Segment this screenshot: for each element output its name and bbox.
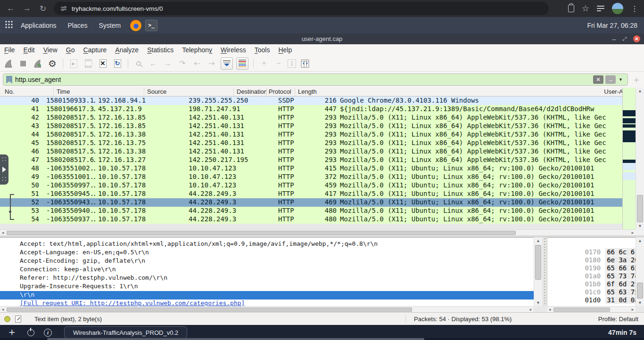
last-packet-icon[interactable]: ⇢	[206, 58, 217, 69]
column-header[interactable]: Destination	[234, 88, 267, 96]
packet-row[interactable]: 46 1580208517.5… 172.16.13.38 142.251.40…	[0, 147, 622, 156]
browser-back-icon[interactable]: ←	[3, 4, 19, 13]
menubar-item[interactable]: Analyze	[111, 46, 143, 54]
scroll-down-icon[interactable]: ▼	[636, 300, 644, 306]
terminal-icon[interactable]: >_	[145, 20, 157, 31]
detail-vscrollbar[interactable]: ▲ ▼	[534, 237, 542, 306]
column-header[interactable]: Length	[295, 88, 601, 96]
go-forward-icon[interactable]: →	[162, 58, 173, 69]
display-filter-input[interactable]: http.user_agent ✕ → ▼	[3, 73, 628, 86]
detail-hex-splitter[interactable]	[542, 237, 547, 306]
detail-hscrollbar[interactable]: ◂ ▸	[0, 306, 534, 312]
detail-line[interactable]: [Full request URI: http://testphp.vulnwe…	[0, 300, 534, 306]
menubar-item[interactable]: Go	[62, 46, 79, 54]
packet-row[interactable]: 53 -1063550940.… 10.10.57.178 44.228.249…	[0, 207, 622, 215]
find-packet-icon[interactable]	[133, 58, 144, 69]
menubar-item[interactable]: Help	[274, 46, 296, 54]
capture-comment-icon[interactable]	[15, 316, 21, 323]
minimize-icon[interactable]: –	[612, 37, 616, 41]
expert-info-icon[interactable]	[4, 316, 10, 322]
menubar-item[interactable]: Edit	[19, 46, 39, 54]
close-icon[interactable]: ✕	[633, 35, 640, 42]
colorize-icon[interactable]	[236, 57, 248, 70]
menu-places[interactable]: Places	[62, 22, 93, 29]
packet-row[interactable]: 40 1580150933.1… 192.168.94.1 239.255.25…	[0, 97, 622, 105]
page-hscrollbar[interactable]	[0, 338, 644, 340]
packet-row[interactable]: 50 -1063550997.… 10.10.57.178 10.10.47.1…	[0, 181, 622, 190]
menubar-item[interactable]: Statistics	[143, 46, 178, 54]
bookmark-star-icon[interactable]: ☆	[582, 3, 589, 14]
firefox-icon[interactable]	[130, 20, 141, 31]
vm-panel-toggle[interactable]	[0, 154, 8, 185]
packet-list-vscrollbar[interactable]: ▲ ▼	[636, 88, 644, 229]
zoom-reset-icon[interactable]: 1	[288, 59, 296, 68]
packet-row[interactable]: 54 -1063550937.… 10.10.57.178 44.228.249…	[0, 215, 622, 224]
menubar-item[interactable]: File	[0, 46, 19, 54]
scroll-up-icon[interactable]: ▲	[636, 237, 644, 244]
menubar-item[interactable]: Capture	[79, 46, 111, 54]
packet-row[interactable]: 49 -1063551001.… 10.10.57.178 10.10.47.1…	[0, 173, 622, 181]
detail-line[interactable]: \r\n	[0, 291, 534, 300]
menubar-item[interactable]: View	[39, 46, 62, 54]
go-back-icon[interactable]: ←	[148, 58, 159, 69]
packet-row[interactable]: 43 1580208517.5… 172.16.13.85 142.251.40…	[0, 122, 622, 130]
save-file-icon[interactable]: 01010110	[83, 58, 94, 69]
first-packet-icon[interactable]: ⇠	[191, 58, 203, 69]
zoom-out-icon[interactable]: −	[273, 58, 284, 69]
browser-forward-icon[interactable]: →	[19, 4, 35, 13]
zoom-in-icon[interactable]: ＋	[258, 58, 270, 69]
browser-reload-icon[interactable]: ↻	[35, 4, 51, 14]
hex-hscrollbar[interactable]: ◂ ▸	[547, 306, 636, 312]
column-header[interactable]: Source	[144, 88, 234, 96]
detail-line[interactable]: Upgrade-Insecure-Requests: 1\r\n	[0, 283, 534, 291]
auto-scroll-icon[interactable]	[221, 57, 233, 70]
info-icon[interactable]: i	[44, 329, 52, 337]
go-to-packet-icon[interactable]: ↷	[177, 58, 188, 69]
restore-icon[interactable]: ⤢	[622, 36, 627, 42]
detail-line[interactable]: Connection: keep-alive\r\n	[0, 266, 534, 274]
profile-avatar[interactable]	[612, 3, 623, 14]
stop-capture-icon[interactable]	[17, 58, 29, 69]
power-icon[interactable]	[27, 329, 34, 336]
restart-capture-icon[interactable]: ↻	[32, 58, 43, 69]
start-capture-icon[interactable]	[3, 58, 14, 69]
browser-menu-icon[interactable]: ⋮	[631, 4, 638, 13]
scroll-down-icon[interactable]: ▼	[636, 223, 644, 229]
packet-row[interactable]: 47 1580208517.6… 172.16.13.27 142.250.21…	[0, 156, 622, 164]
packet-row[interactable]: 41 1580196617.3… 45.137.21.9 198.71.247.…	[0, 105, 622, 113]
scroll-up-icon[interactable]: ▲	[636, 88, 644, 94]
resize-columns-icon[interactable]	[299, 58, 311, 69]
address-bar[interactable]: tryhackme.com/fullscreen-vms/0	[54, 2, 549, 15]
menubar-item[interactable]: Wireless	[216, 46, 250, 54]
packet-minimap[interactable]	[622, 88, 636, 229]
column-header[interactable]: Protocol	[267, 88, 295, 96]
menubar-item[interactable]: Tools	[250, 46, 274, 54]
packet-row[interactable]: 52 -1063550943.… 10.10.57.178 44.228.249…	[0, 198, 622, 207]
capture-options-icon[interactable]: ⚙	[47, 58, 58, 69]
filter-bookmark-icon[interactable]	[6, 76, 12, 84]
column-header[interactable]: No.	[0, 88, 54, 96]
reload-file-icon[interactable]: ↻	[112, 58, 123, 69]
menu-applications[interactable]: Applications	[15, 22, 62, 29]
packet-row[interactable]: 48 -1063551002.… 10.10.57.178 10.10.47.1…	[0, 164, 622, 173]
reading-list-icon[interactable]	[597, 6, 604, 11]
hex-row[interactable]: 017066 6c 61 74 65	[547, 241, 636, 249]
close-file-icon[interactable]: ✕	[97, 58, 108, 69]
column-header[interactable]: Time	[54, 88, 144, 96]
filter-clear-icon[interactable]: ✕	[593, 75, 603, 84]
open-file-icon[interactable]: ▸	[68, 58, 79, 69]
detail-line[interactable]: Accept-Encoding: gzip, deflate\r\n	[0, 257, 534, 266]
packet-row[interactable]: 42 1580208517.5… 172.16.13.85 142.251.40…	[0, 113, 622, 122]
filter-text[interactable]: http.user_agent	[15, 76, 61, 83]
filter-dropdown-icon[interactable]: ▼	[619, 77, 623, 82]
packet-row[interactable]: 51 -1063550945.… 10.10.57.178 44.228.249…	[0, 190, 622, 198]
packet-row[interactable]: 44 1580208517.5… 172.16.13.38 142.251.40…	[0, 130, 622, 139]
packet-row[interactable]: 45 1580208517.5… 172.16.13.75 142.251.40…	[0, 139, 622, 147]
add-icon[interactable]: ＋	[7, 325, 17, 339]
detail-line[interactable]: Accept-Language: en-US,en;q=0.5\r\n	[0, 249, 534, 257]
site-settings-icon[interactable]	[60, 5, 67, 12]
url-text[interactable]: tryhackme.com/fullscreen-vms/0	[72, 5, 163, 12]
menu-system[interactable]: System	[93, 22, 127, 29]
packet-list-hscrollbar[interactable]: ◂ ▸	[0, 229, 636, 235]
filter-apply-icon[interactable]: →	[605, 75, 616, 84]
